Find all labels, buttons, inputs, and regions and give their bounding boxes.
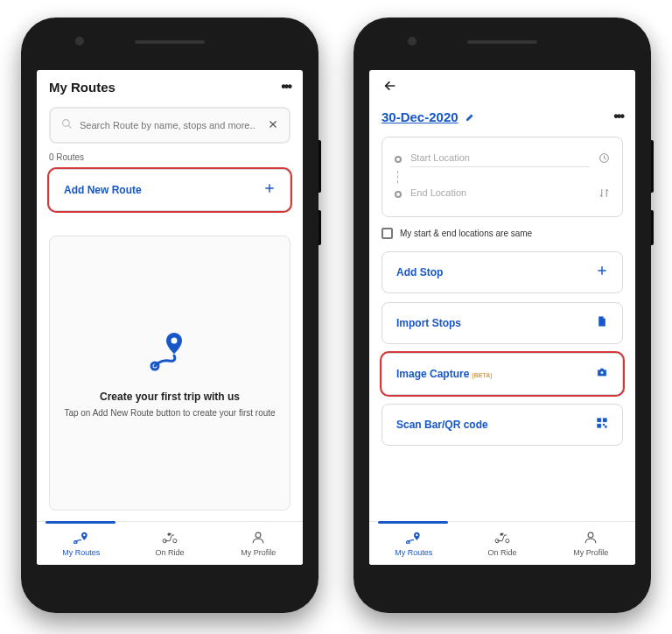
search-icon — [61, 117, 73, 133]
scooter-nav-icon — [494, 531, 511, 546]
nav-on-ride[interactable]: On Ride — [458, 522, 546, 565]
svg-point-27 — [506, 539, 509, 542]
phone-left: My Routes ••• 0 Routes Add New Route — [21, 18, 318, 613]
scan-code-button[interactable]: Scan Bar/QR code — [382, 404, 623, 446]
nav-on-ride[interactable]: On Ride — [125, 522, 214, 565]
nav-my-routes[interactable]: My Routes — [37, 522, 125, 565]
start-dot-icon — [395, 156, 402, 163]
search-input[interactable] — [49, 107, 290, 144]
route-line-icon — [397, 171, 398, 183]
import-stops-label: Import Stops — [396, 317, 461, 329]
date-header-row: 30-Dec-2020 ••• — [382, 109, 623, 137]
import-stops-button[interactable]: Import Stops — [382, 302, 623, 344]
beta-badge: (BETA) — [472, 372, 492, 378]
svg-point-6 — [172, 337, 178, 343]
svg-point-24 — [416, 533, 418, 536]
routes-nav-icon — [405, 531, 423, 546]
page-title: My Routes — [49, 80, 116, 95]
add-new-route-button[interactable]: Add New Route — [49, 169, 290, 211]
location-card: Start Location End Location — [382, 137, 623, 217]
nav-my-profile[interactable]: My Profile — [214, 522, 303, 565]
checkbox-icon[interactable] — [382, 228, 393, 239]
profile-nav-icon — [582, 531, 599, 546]
profile-nav-icon — [249, 531, 267, 546]
svg-rect-20 — [603, 419, 606, 422]
add-route-label: Add New Route — [64, 184, 142, 196]
scooter-nav-icon — [161, 531, 178, 546]
bottom-navigation: My Routes On Ride My Profile — [37, 521, 303, 565]
svg-point-12 — [167, 532, 170, 535]
plus-icon — [596, 264, 608, 280]
bottom-navigation: My Routes On Ride My Profile — [369, 521, 635, 565]
image-capture-label: Image Capture(BETA) — [396, 368, 493, 380]
svg-point-8 — [83, 533, 86, 536]
end-dot-icon — [395, 191, 402, 198]
nav-my-routes-label: My Routes — [395, 548, 432, 557]
same-location-label: My start & end locations are same — [400, 229, 532, 238]
start-location-row[interactable]: Start Location — [395, 148, 610, 171]
svg-point-13 — [256, 532, 261, 538]
svg-rect-23 — [606, 426, 607, 428]
routes-count-label: 0 Routes — [49, 152, 290, 162]
end-location-input[interactable]: End Location — [410, 187, 590, 201]
edit-date-icon[interactable] — [466, 109, 474, 124]
svg-rect-21 — [598, 424, 601, 427]
empty-state-subtitle: Tap on Add New Route button to create yo… — [64, 408, 275, 418]
svg-point-29 — [588, 532, 593, 538]
empty-state-panel: Create your first trip with us Tap on Ad… — [49, 236, 290, 511]
qr-code-icon — [596, 417, 608, 433]
nav-on-ride-label: On Ride — [155, 548, 184, 557]
more-menu-icon[interactable]: ••• — [281, 79, 290, 95]
date-text: 30-Dec-2020 — [382, 109, 458, 124]
scan-code-label: Scan Bar/QR code — [396, 419, 488, 431]
camera-icon — [596, 366, 608, 382]
back-button[interactable] — [382, 79, 399, 96]
route-date-title[interactable]: 30-Dec-2020 — [382, 109, 474, 124]
svg-point-28 — [500, 532, 502, 535]
svg-rect-22 — [603, 424, 605, 426]
file-import-icon — [596, 315, 608, 331]
nav-my-profile-label: My Profile — [241, 548, 276, 557]
nav-my-routes-label: My Routes — [62, 548, 100, 557]
svg-point-9 — [74, 540, 76, 543]
same-location-checkbox-row[interactable]: My start & end locations are same — [382, 228, 623, 239]
svg-rect-19 — [598, 419, 601, 422]
start-location-input[interactable]: Start Location — [410, 152, 590, 167]
nav-my-routes[interactable]: My Routes — [369, 522, 458, 565]
add-stop-button[interactable]: Add Stop — [382, 251, 623, 293]
app-header — [382, 70, 623, 109]
clock-icon[interactable] — [598, 151, 610, 167]
svg-line-1 — [68, 125, 71, 128]
phone-right: 30-Dec-2020 ••• Start Location — [354, 18, 651, 613]
more-menu-icon[interactable]: ••• — [613, 109, 623, 124]
add-stop-label: Add Stop — [396, 266, 443, 278]
swap-icon[interactable] — [598, 187, 610, 202]
svg-point-25 — [406, 540, 409, 543]
search-field[interactable] — [80, 120, 261, 130]
clear-search-icon[interactable] — [268, 117, 278, 133]
end-location-row[interactable]: End Location — [395, 183, 610, 206]
svg-point-11 — [173, 539, 177, 542]
svg-point-0 — [63, 120, 70, 127]
image-capture-button[interactable]: Image Capture(BETA) — [382, 353, 623, 395]
svg-point-18 — [600, 371, 604, 375]
plus-icon — [263, 182, 276, 198]
routes-nav-icon — [73, 531, 90, 546]
nav-on-ride-label: On Ride — [487, 548, 516, 557]
nav-my-profile-label: My Profile — [573, 548, 608, 557]
route-pin-icon — [148, 329, 192, 375]
nav-my-profile[interactable]: My Profile — [547, 522, 635, 565]
empty-state-title: Create your first trip with us — [100, 391, 240, 403]
app-header: My Routes ••• — [49, 70, 290, 107]
